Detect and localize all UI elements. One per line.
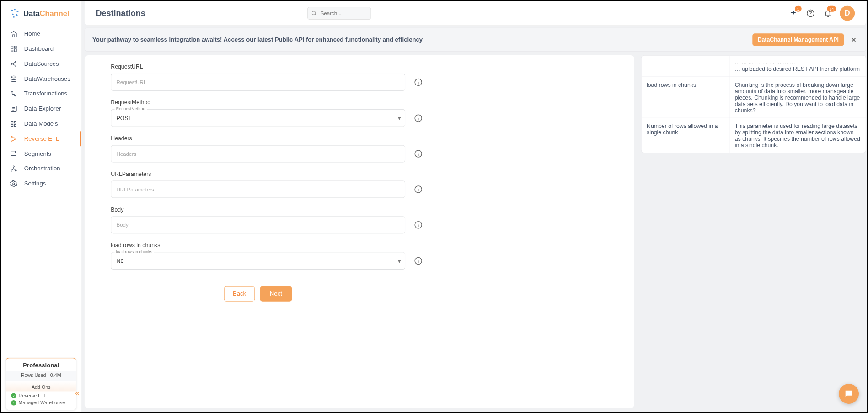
nav-label: Data Models (24, 121, 58, 127)
body-input[interactable] (111, 217, 405, 234)
nav-label: DataWarehouses (24, 75, 70, 82)
info-icon[interactable] (414, 150, 423, 158)
sidebar-item-orchestration[interactable]: Orchestration (1, 161, 81, 176)
svg-rect-7 (14, 46, 16, 48)
search-icon (311, 10, 317, 16)
main: Destinations 1 14 D Yo (81, 1, 868, 413)
svg-rect-17 (11, 124, 13, 126)
help-table: ··· ··· ··· ··· ··· ··· ··· ··· ···… upl… (641, 55, 866, 153)
check-icon: ✓ (11, 400, 16, 405)
nav-label: Orchestration (24, 165, 60, 172)
back-button[interactable]: Back (224, 286, 255, 302)
plan-addons-header: Add Ons (6, 381, 76, 391)
help-panel: ··· ··· ··· ··· ··· ··· ··· ··· ···… upl… (641, 55, 866, 408)
notifications-badge: 14 (827, 5, 836, 11)
svg-point-3 (12, 14, 14, 15)
info-icon[interactable] (414, 221, 423, 229)
help-value: Chunking is the process of breaking down… (729, 77, 866, 118)
notifications-button[interactable]: 14 (823, 8, 833, 18)
help-value: ··· ··· ··· ··· ··· ··· ··· ··· ···… upl… (729, 56, 866, 77)
settings-icon (10, 180, 17, 187)
sidebar: DataChannel HomeDashboardDataSourcesData… (1, 1, 81, 413)
orchestration-icon (10, 165, 17, 172)
nav-label: DataSources (24, 60, 59, 67)
nav-label: Reverse ETL (24, 135, 59, 142)
sidebar-item-datasources[interactable]: DataSources (1, 56, 81, 71)
info-icon[interactable] (414, 78, 423, 86)
svg-rect-9 (11, 50, 13, 52)
nav-label: Home (24, 31, 40, 37)
models-icon (10, 120, 17, 127)
load-chunks-select[interactable]: No (111, 252, 405, 270)
transform-icon (10, 90, 17, 97)
plan-addon-item: ✓Reverse ETL (11, 392, 71, 399)
svg-point-23 (13, 166, 15, 167)
page-title: Destinations (96, 8, 145, 18)
search-field[interactable] (307, 7, 371, 20)
svg-point-5 (13, 16, 15, 18)
info-icon[interactable] (414, 114, 423, 122)
sidebar-item-transformations[interactable]: Transformations (1, 86, 81, 101)
banner-cta-button[interactable]: DataChannel Management API (752, 33, 844, 46)
body-field: Body (111, 206, 608, 233)
banner-text: Your pathway to seamless integration awa… (92, 36, 424, 43)
check-icon: ✓ (11, 393, 16, 398)
request-url-field: RequestURL (111, 64, 608, 91)
ai-sparkle-button[interactable]: 1 (788, 8, 798, 18)
svg-rect-18 (14, 124, 16, 126)
svg-point-27 (312, 11, 316, 15)
next-button[interactable]: Next (260, 286, 292, 302)
help-key (642, 56, 730, 77)
banner-close-button[interactable] (849, 35, 858, 44)
nav-label: Segments (24, 150, 51, 157)
url-parameters-field: URLParameters (111, 170, 608, 198)
datasources-icon (10, 60, 17, 68)
plan-card: Professional Rows Used - 0.4M Add Ons ✓R… (5, 358, 77, 411)
sidebar-item-data-models[interactable]: Data Models (1, 116, 81, 132)
divider (126, 278, 411, 278)
help-row: Number of rows allowed in a single chunk… (642, 118, 866, 153)
url-parameters-input[interactable] (111, 181, 405, 198)
nav-label: Transformations (24, 90, 67, 97)
svg-point-2 (16, 11, 18, 12)
svg-point-22 (15, 151, 16, 153)
help-key: Number of rows allowed in a single chunk (642, 118, 730, 153)
svg-point-1 (14, 9, 16, 10)
help-button[interactable] (805, 8, 816, 18)
headers-input[interactable] (111, 145, 405, 163)
request-method-field: RequestMethod RequestMethod POST ▾ (111, 99, 608, 127)
svg-point-4 (16, 14, 17, 16)
warehouse-icon (10, 75, 17, 82)
dashboard-icon (10, 45, 17, 53)
chat-fab[interactable] (839, 384, 859, 404)
help-value: This parameter is used for reading large… (729, 118, 866, 153)
topbar: Destinations 1 14 D (85, 1, 866, 26)
sidebar-item-dashboard[interactable]: Dashboard (1, 42, 81, 57)
plan-title: Professional (6, 358, 76, 371)
headers-field: Headers (111, 135, 608, 163)
user-avatar[interactable]: D (840, 5, 855, 21)
info-icon[interactable] (414, 185, 423, 193)
request-method-select[interactable]: POST (111, 109, 405, 127)
sidebar-collapse-button[interactable] (72, 389, 82, 398)
segments-icon (10, 150, 17, 157)
svg-point-12 (15, 65, 16, 66)
sidebar-item-segments[interactable]: Segments (1, 146, 81, 161)
sidebar-item-settings[interactable]: Settings (1, 176, 81, 191)
sidebar-item-data-explorer[interactable]: Data Explorer (1, 101, 81, 116)
load-chunks-field: load rows in chunks load rows in chunks … (111, 242, 608, 270)
nav-label: Data Explorer (24, 106, 61, 112)
svg-point-21 (15, 138, 16, 139)
sidebar-nav: HomeDashboardDataSourcesDataWarehousesTr… (1, 23, 81, 356)
sidebar-item-home[interactable]: Home (1, 26, 81, 42)
svg-rect-8 (14, 49, 16, 52)
help-row: ··· ··· ··· ··· ··· ··· ··· ··· ···… upl… (642, 56, 866, 77)
svg-point-10 (11, 63, 12, 64)
info-icon[interactable] (414, 257, 423, 265)
sidebar-item-reverse-etl[interactable]: Reverse ETL (1, 131, 81, 146)
brand-logo[interactable]: DataChannel (1, 1, 81, 23)
nav-label: Dashboard (24, 46, 54, 53)
request-url-input[interactable] (111, 74, 405, 91)
sidebar-item-datawarehouses[interactable]: DataWarehouses (1, 71, 81, 86)
form-panel: RequestURL RequestMethod RequestMethod P… (85, 55, 634, 408)
